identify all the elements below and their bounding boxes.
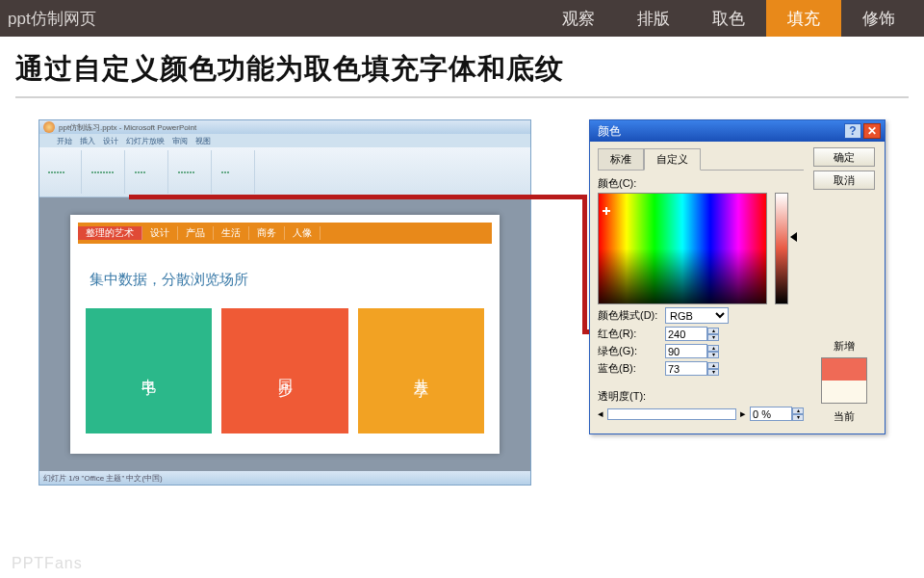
spin-up-icon[interactable]: ▴ [707, 328, 719, 334]
ok-button[interactable]: 确定 [813, 147, 875, 167]
spin-down-icon[interactable]: ▾ [707, 369, 719, 376]
ppt-ribbon [39, 147, 530, 197]
connector-line [582, 195, 587, 333]
current-color-swatch [822, 381, 866, 403]
spin-down-icon[interactable]: ▾ [707, 334, 719, 341]
watermark: PPTFans [12, 555, 83, 572]
color-spectrum[interactable] [598, 193, 767, 304]
ribbon-group[interactable] [129, 150, 168, 194]
spin-down-icon[interactable]: ▾ [707, 352, 719, 358]
slider-left-icon[interactable]: ◂ [598, 407, 603, 420]
top-bar: ppt仿制网页 观察 排版 取色 填充 修饰 [0, 0, 924, 37]
title-underline [15, 96, 909, 98]
color-mode-label: 颜色模式(D): [598, 308, 661, 323]
ribbon-group[interactable] [216, 150, 255, 194]
ppt-statusbar: 幻灯片 1/9 "Office 主题" 中文(中国) [39, 471, 530, 485]
new-swatch-label: 新增 [834, 339, 855, 354]
tab-standard[interactable]: 标准 [598, 148, 644, 171]
new-color-swatch [822, 358, 866, 381]
green-input[interactable] [665, 344, 707, 358]
slide-nav-item: 人像 [285, 226, 321, 240]
transparency-slider[interactable] [607, 408, 736, 420]
blue-label: 蓝色(B): [598, 361, 661, 376]
slide-nav-item: 商务 [249, 226, 285, 240]
slide-nav-item: 设计 [142, 226, 178, 240]
spin-down-icon[interactable]: ▾ [792, 414, 804, 421]
slide-block: 共享 [358, 308, 484, 434]
ppt-titlebar: ppt仿制练习.pptx - Microsoft PowerPoint [39, 120, 530, 134]
dialog-title: 颜色 [598, 123, 621, 140]
spin-up-icon[interactable]: ▴ [707, 362, 719, 369]
nav-decorate[interactable]: 修饰 [841, 0, 916, 37]
top-nav: 观察 排版 取色 填充 修饰 [541, 0, 916, 37]
color-swatch [821, 357, 867, 404]
slide-nav-item: 产品 [178, 226, 214, 240]
ribbon-tab[interactable]: 审阅 [172, 136, 188, 146]
ribbon-tab[interactable]: 幻灯片放映 [126, 136, 165, 146]
red-input[interactable] [665, 327, 707, 341]
slide-block: 同步 [221, 308, 347, 434]
nav-fill[interactable]: 填充 [766, 0, 841, 37]
dialog-body: 标准 自定义 颜色(C): 颜色模式(D): RGB 红 [590, 142, 885, 434]
ribbon-tab[interactable]: 开始 [57, 136, 72, 146]
ppt-slide-area: 整理的艺术 设计 产品 生活 商务 人像 集中数据，分散浏览场所 电子 同步 共… [39, 197, 530, 471]
red-label: 红色(R): [598, 327, 661, 341]
nav-pickcolor[interactable]: 取色 [691, 0, 766, 37]
green-label: 绿色(G): [598, 344, 661, 358]
slider-right-icon[interactable]: ▸ [740, 407, 746, 420]
ribbon-group[interactable] [172, 150, 212, 194]
transparency-label: 透明度(T): [598, 389, 661, 404]
luminance-arrow-icon[interactable] [790, 232, 797, 242]
dialog-titlebar[interactable]: 颜色 ? ✕ [590, 120, 885, 142]
spectrum-crosshair-icon[interactable] [603, 207, 610, 215]
nav-layout[interactable]: 排版 [616, 0, 691, 37]
ribbon-tab[interactable]: 设计 [103, 136, 118, 146]
ribbon-group[interactable] [42, 150, 82, 194]
powerpoint-window: ppt仿制练习.pptx - Microsoft PowerPoint 开始 插… [38, 119, 531, 486]
spin-up-icon[interactable]: ▴ [792, 407, 804, 414]
slide-block: 电子 [86, 308, 212, 434]
help-icon[interactable]: ? [844, 123, 861, 139]
ribbon-tab[interactable]: 插入 [80, 136, 95, 146]
close-icon[interactable]: ✕ [863, 123, 881, 139]
ppt-window-title: ppt仿制练习.pptx - Microsoft PowerPoint [59, 122, 196, 133]
slide-nav-item: 整理的艺术 [78, 226, 142, 240]
cancel-button[interactable]: 取消 [813, 171, 875, 190]
transparency-input[interactable] [750, 407, 792, 421]
color-mode-select[interactable]: RGB [665, 307, 729, 324]
slide-heading: 集中数据，分散浏览场所 [78, 244, 492, 308]
slide-blocks: 电子 同步 共享 [78, 308, 492, 434]
blue-input[interactable] [665, 361, 707, 376]
current-swatch-label: 当前 [834, 409, 855, 424]
luminance-slider[interactable] [775, 193, 788, 304]
page-title: 通过自定义颜色功能为取色填充字体和底纹 [0, 37, 924, 96]
slide-topnav: 整理的艺术 设计 产品 生活 商务 人像 [78, 223, 492, 244]
ribbon-group[interactable] [86, 150, 125, 194]
slide-nav-item: 生活 [214, 226, 249, 240]
ribbon-tab[interactable]: 视图 [195, 136, 211, 146]
office-orb-icon[interactable] [43, 121, 55, 133]
app-title: ppt仿制网页 [8, 8, 541, 30]
tab-custom[interactable]: 自定义 [644, 148, 701, 171]
spin-up-icon[interactable]: ▴ [707, 345, 719, 352]
dialog-tabs: 标准 自定义 [598, 147, 804, 171]
color-dialog: 颜色 ? ✕ 标准 自定义 颜色(C): [589, 119, 886, 434]
nav-observe[interactable]: 观察 [541, 0, 616, 37]
ppt-ribbon-tabs: 开始 插入 设计 幻灯片放映 审阅 视图 [39, 134, 530, 147]
color-label: 颜色(C): [598, 176, 804, 191]
ppt-slide[interactable]: 整理的艺术 设计 产品 生活 商务 人像 集中数据，分散浏览场所 电子 同步 共… [70, 215, 500, 454]
